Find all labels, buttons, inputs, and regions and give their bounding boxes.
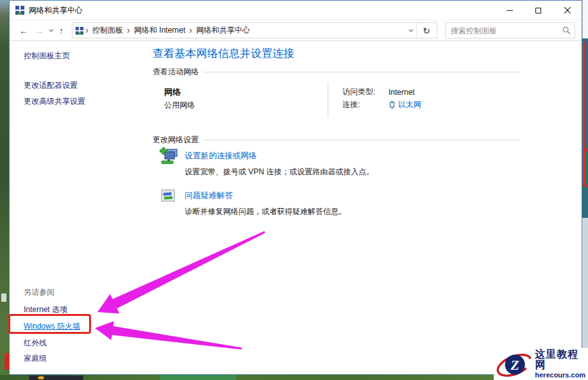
maximize-button[interactable] [524, 1, 553, 20]
breadcrumb-separator-icon [84, 28, 90, 33]
ethernet-icon [389, 100, 396, 110]
sidebar-item-homegroup[interactable]: 家庭组 [24, 353, 47, 364]
breadcrumb: 控制面板 网络和 Internet 网络和共享中心 [84, 25, 407, 36]
change-settings-section-header: 更改网络设置 [153, 135, 520, 145]
main-content: 查看基本网络信息并设置连接 查看活动网络 网络 公用网络 访问类型: Inter… [148, 40, 582, 374]
divider [204, 72, 520, 72]
red-annotation-fragment [4, 353, 9, 370]
network-share-center-icon [75, 26, 84, 35]
divider [328, 83, 328, 117]
troubleshoot-description: 诊断并修复网络问题，或者获得疑难解答信息。 [185, 206, 346, 217]
troubleshoot-link[interactable]: 问题疑难解答 [185, 190, 346, 201]
address-dropdown-button[interactable] [407, 29, 416, 32]
navigation-bar: ← → ↑ 控制面板 [10, 21, 582, 41]
access-type-row: 访问类型: Internet [342, 87, 415, 97]
site-logo-icon: Z [494, 348, 533, 380]
page-title: 查看基本网络信息并设置连接 [153, 46, 294, 61]
connection-label: 连接: [342, 99, 389, 110]
title-bar: 网络和共享中心 [10, 1, 582, 21]
desktop-right-strip [582, 0, 588, 380]
window-controls [495, 1, 582, 20]
sidebar-item-change-adapter-settings[interactable]: 更改适配器设置 [24, 80, 78, 91]
search-input[interactable] [449, 26, 562, 36]
sidebar-item-change-advanced-sharing[interactable]: 更改高级共享设置 [24, 96, 85, 107]
refresh-button[interactable]: ↻ [417, 26, 435, 36]
desktop-icon-fragment [1, 293, 6, 302]
search-box [445, 22, 575, 38]
breadcrumb-separator-icon [188, 28, 194, 33]
window-title: 网络和共享中心 [29, 5, 495, 16]
breadcrumb-item-control-panel[interactable]: 控制面板 [90, 25, 126, 36]
close-icon [564, 7, 571, 13]
sidebar-item-control-panel-home[interactable]: 控制面板主页 [24, 51, 70, 62]
sidebar-item-infrared[interactable]: 红外线 [24, 338, 47, 349]
screen: 网络和共享中心 ← → ↑ [0, 0, 588, 380]
search-icon[interactable] [562, 26, 571, 35]
close-button[interactable] [553, 1, 582, 20]
breadcrumb-item-network-internet[interactable]: 网络和 Internet [131, 25, 188, 36]
network-share-center-icon [15, 5, 25, 15]
setup-new-connection-item: 设置新的连接或网络 设置宽带、拨号或 VPN 连接；或设置路由器或接入点。 [185, 151, 374, 178]
watermark: Z 这里教程网 herecours.com [494, 348, 588, 380]
address-bar[interactable]: 控制面板 网络和 Internet 网络和共享中心 [72, 22, 437, 38]
ethernet-link[interactable]: 以太网 [398, 99, 421, 110]
red-highlight-box [8, 314, 91, 334]
breadcrumb-item-network-sharing-center[interactable]: 网络和共享中心 [194, 25, 253, 36]
red-annotation-curve [584, 149, 587, 187]
back-button[interactable]: ← [16, 26, 31, 35]
connection-row: 连接: 以太网 [342, 99, 421, 110]
chevron-down-icon [49, 29, 54, 32]
network-sharing-center-window: 网络和共享中心 ← → ↑ [9, 0, 582, 375]
troubleshoot-icon [161, 188, 176, 203]
network-name: 网络 [164, 87, 181, 98]
setup-new-connection-link[interactable]: 设置新的连接或网络 [185, 151, 374, 161]
divider [416, 23, 417, 38]
watermark-text: 这里教程网 herecours.com [535, 349, 588, 379]
divider [204, 140, 520, 140]
desktop-wallpaper-left-strip [0, 0, 9, 380]
forward-button[interactable]: → [31, 26, 47, 35]
site-domain: herecours.com [535, 371, 588, 379]
access-type-value: Internet [389, 88, 415, 97]
breadcrumb-separator-icon [126, 28, 131, 33]
active-network-section-header: 查看活动网络 [153, 67, 520, 78]
address-bar-controls: ↻ [407, 23, 435, 38]
chevron-down-icon [408, 29, 414, 32]
site-name: 这里教程网 [535, 349, 588, 371]
network-profile: 公用网络 [164, 100, 195, 111]
setup-new-connection-icon [159, 147, 178, 165]
see-also-header: 另请参阅 [24, 287, 55, 298]
troubleshoot-item: 问题疑难解答 诊断并修复网络问题，或者获得疑难解答信息。 [185, 190, 346, 217]
background-window-fragment [582, 0, 588, 38]
access-type-label: 访问类型: [342, 87, 389, 97]
up-button[interactable]: ↑ [56, 26, 67, 35]
history-dropdown-button[interactable] [47, 29, 56, 32]
desktop-icon-fragment [160, 375, 236, 380]
logo-letter: Z [510, 358, 519, 373]
minimize-button[interactable] [495, 1, 524, 20]
setup-new-connection-description: 设置宽带、拨号或 VPN 连接；或设置路由器或接入点。 [185, 167, 374, 178]
desktop-icon-fragment [29, 376, 83, 380]
